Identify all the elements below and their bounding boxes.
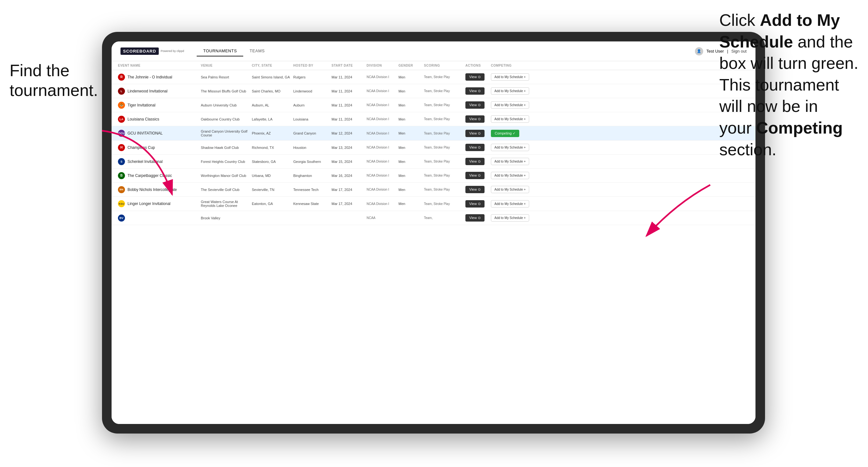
add-to-schedule-button[interactable]: Add to My Schedule + — [491, 200, 529, 208]
competing-cell: Add to My Schedule + — [491, 73, 548, 81]
division-cell: NCAA Division I — [367, 89, 399, 93]
view-button[interactable]: View ⊙ — [465, 200, 485, 208]
event-name-text: Louisiana Classics — [127, 117, 159, 121]
date-cell: Mar 11, 2024 — [332, 75, 367, 79]
scoring-cell: Team, Stroke Play — [424, 75, 465, 79]
scoring-cell: Team, Stroke Play — [424, 202, 465, 206]
division-cell: NCAA Division I — [367, 132, 399, 135]
add-to-schedule-button[interactable]: Add to My Schedule + — [491, 115, 529, 123]
scoring-cell: Team, Stroke Play — [424, 188, 465, 191]
team-logo: S — [118, 158, 125, 165]
event-name-text: GCU INVITATIONAL — [127, 131, 162, 135]
view-button[interactable]: View ⊙ — [465, 158, 485, 165]
competing-cell: Competing ✓ — [491, 130, 548, 137]
table-row: H Champions Cup Shadow Hawk Golf Club Ri… — [112, 141, 755, 155]
competing-cell: Add to My Schedule + — [491, 87, 548, 95]
gender-cell: Men — [399, 188, 424, 192]
event-name-text: Tiger Invitational — [127, 103, 156, 107]
city-cell: Saint Charles, MO — [252, 89, 293, 93]
city-cell: Auburn, AL — [252, 103, 293, 107]
header-venue: VENUE — [201, 64, 252, 67]
event-name-cell: H Champions Cup — [118, 144, 201, 151]
date-cell: Mar 11, 2024 — [332, 117, 367, 121]
venue-cell: Grand Canyon University Golf Course — [201, 129, 252, 137]
hosted-cell: Kennesaw State — [293, 202, 332, 206]
view-button[interactable]: View ⊙ — [465, 214, 485, 222]
header-hosted: HOSTED BY — [293, 64, 332, 67]
city-cell: Lafayette, LA — [252, 117, 293, 121]
view-button[interactable]: View ⊙ — [465, 73, 485, 81]
actions-cell: View ⊙ — [465, 172, 491, 179]
table-row: S Schenkel Invitational Forest Heights C… — [112, 155, 755, 168]
gender-cell: Men — [399, 174, 424, 178]
venue-cell: Great Waters Course At Reynolds Lake Oco… — [201, 200, 252, 208]
gender-cell: Men — [399, 160, 424, 163]
gender-cell: Men — [399, 146, 424, 150]
venue-cell: The Missouri Bluffs Golf Club — [201, 89, 252, 93]
view-button[interactable]: View ⊙ — [465, 115, 485, 123]
gender-cell: Men — [399, 202, 424, 206]
logo-area: SCOREBOARD Powered by clippd — [121, 48, 184, 55]
venue-cell: Shadow Hawk Golf Club — [201, 146, 252, 150]
add-to-schedule-button[interactable]: Add to My Schedule + — [491, 144, 529, 151]
table-row: R The Johnnie - O Individual Sea Palms R… — [112, 70, 755, 84]
venue-cell: Oakbourne Country Club — [201, 117, 252, 121]
date-cell: Mar 13, 2024 — [332, 146, 367, 150]
scoring-cell: Team, Stroke Play — [424, 103, 465, 107]
view-button[interactable]: View ⊙ — [465, 130, 485, 137]
competing-button[interactable]: Competing ✓ — [491, 130, 519, 137]
division-cell: NCAA Division I — [367, 117, 399, 121]
tab-tournaments[interactable]: TOURNAMENTS — [197, 46, 243, 56]
actions-cell: View ⊙ — [465, 186, 491, 193]
competing-cell: Add to My Schedule + — [491, 115, 548, 123]
competing-cell: Add to My Schedule + — [491, 101, 548, 109]
add-to-schedule-button[interactable]: Add to My Schedule + — [491, 214, 529, 222]
add-to-schedule-button[interactable]: Add to My Schedule + — [491, 101, 529, 109]
date-cell: Mar 17, 2024 — [332, 188, 367, 192]
competing-cell: Add to My Schedule + — [491, 144, 548, 151]
header-actions: ACTIONS — [465, 64, 491, 67]
event-name-text: The Carpetbagger Classic — [127, 174, 172, 178]
city-cell: Eatonton, GA — [252, 202, 293, 206]
hosted-cell: Grand Canyon — [293, 131, 332, 135]
table-body: R The Johnnie - O Individual Sea Palms R… — [112, 70, 755, 225]
table-row: B The Carpetbagger Classic Worthington M… — [112, 168, 755, 183]
event-name-cell: BV — [118, 215, 201, 222]
division-cell: NCAA — [367, 216, 399, 220]
nav-bar: SCOREBOARD Powered by clippd TOURNAMENTS… — [112, 41, 755, 61]
team-logo: L — [118, 88, 125, 95]
actions-cell: View ⊙ — [465, 73, 491, 81]
team-logo: R — [118, 74, 125, 81]
view-button[interactable]: View ⊙ — [465, 186, 485, 193]
scoring-cell: Team, — [424, 216, 465, 220]
logo-sub: Powered by clippd — [161, 50, 184, 53]
add-to-schedule-button[interactable]: Add to My Schedule + — [491, 158, 529, 165]
division-cell: NCAA Division I — [367, 188, 399, 191]
add-to-schedule-button[interactable]: Add to My Schedule + — [491, 172, 529, 179]
event-name-cell: GCU GCU INVITATIONAL — [118, 130, 201, 137]
add-to-schedule-button[interactable]: Add to My Schedule + — [491, 73, 529, 81]
header-date: START DATE — [332, 64, 367, 67]
actions-cell: View ⊙ — [465, 158, 491, 165]
hosted-cell: Louisiana — [293, 117, 332, 121]
division-cell: NCAA Division I — [367, 202, 399, 206]
tab-teams[interactable]: TEAMS — [243, 46, 271, 56]
header-scoring: SCORING — [424, 64, 465, 67]
scoring-cell: Team, Stroke Play — [424, 174, 465, 177]
view-button[interactable]: View ⊙ — [465, 172, 485, 179]
add-to-schedule-button[interactable]: Add to My Schedule + — [491, 186, 529, 193]
venue-cell: Auburn University Club — [201, 103, 252, 107]
city-cell: Urbana, MD — [252, 174, 293, 178]
table-row: BN Bobby Nichols Intercollegiate The Sev… — [112, 183, 755, 197]
view-button[interactable]: View ⊙ — [465, 87, 485, 95]
division-cell: NCAA Division I — [367, 174, 399, 177]
date-cell: Mar 15, 2024 — [332, 160, 367, 163]
view-button[interactable]: View ⊙ — [465, 101, 485, 109]
table-row: L Lindenwood Invitational The Missouri B… — [112, 84, 755, 98]
view-button[interactable]: View ⊙ — [465, 144, 485, 151]
event-name-cell: BN Bobby Nichols Intercollegiate — [118, 186, 201, 193]
gender-cell: Men — [399, 89, 424, 93]
add-to-schedule-button[interactable]: Add to My Schedule + — [491, 87, 529, 95]
event-name-text: Linger Longer Invitational — [127, 201, 170, 206]
actions-cell: View ⊙ — [465, 87, 491, 95]
